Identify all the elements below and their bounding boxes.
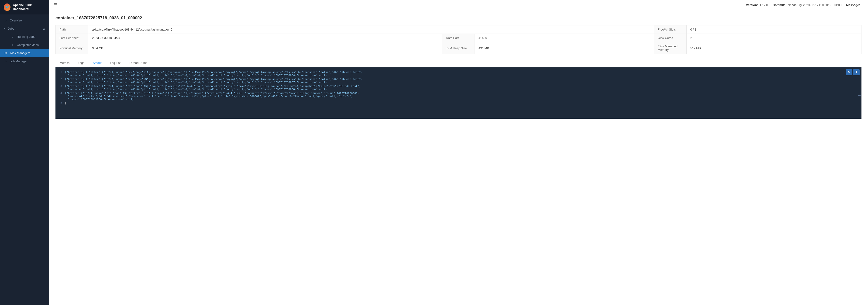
code-line-2: 2 {"before":null,"after":{"id":3,"name":…: [56, 77, 862, 84]
cpu-cores-value: 2: [686, 34, 861, 42]
version-value: 1.17.0: [760, 3, 768, 7]
physical-memory-label: Physical Memory: [56, 42, 88, 54]
path-label: Path: [56, 25, 88, 34]
line-number: 1: [56, 71, 65, 74]
sidebar-item-completed-jobs[interactable]: ○ Completed Jobs: [4, 41, 49, 49]
message-info: Message: 0: [846, 3, 863, 7]
heartbeat-label: Last Heartbeat: [56, 34, 88, 42]
jobs-icon: ≡: [4, 27, 6, 30]
code-toolbar: ↻ ⬇: [846, 69, 860, 75]
commit-value: 69ecda0 @ 2023-03-17T10:30:06+01:00: [787, 3, 841, 7]
sidebar-item-running-jobs[interactable]: ○ Running Jobs: [4, 33, 49, 41]
jvm-heap-value: 491 MB: [475, 42, 654, 54]
sidebar-item-jobs[interactable]: ≡ Jobs ∧: [0, 25, 49, 33]
line-number: 3: [56, 85, 65, 88]
topbar: ☰ Version: 1.17.0 Commit: 69ecda0 @ 2023…: [49, 0, 868, 10]
content-area: container_1687072825718_0028_01_000002 P…: [49, 10, 868, 124]
line-content: [65, 102, 862, 105]
line-content: {"before":null,"after":{"id":1,"name":"e…: [65, 71, 862, 77]
path-value: akka.tcp://flink@hadoop103:44412/user/rp…: [88, 25, 654, 34]
sidebar-nav: ○ Overview ≡ Jobs ∧ ○ Running Jobs ○ Com…: [0, 14, 49, 305]
line-content: {"before":null,"after":{"id":3,"name":"r…: [65, 78, 862, 84]
physical-memory-value: 3.84 GB: [88, 42, 442, 54]
sidebar-item-task-managers[interactable]: ⊞ Task Managers: [0, 49, 49, 57]
code-line-1: 1 {"before":null,"after":{"id":1,"name":…: [56, 70, 862, 77]
overview-icon: ○: [4, 19, 7, 22]
table-row: Physical Memory 3.84 GB JVM Heap Size 49…: [56, 42, 862, 54]
main-content: ☰ Version: 1.17.0 Commit: 69ecda0 @ 2023…: [49, 0, 868, 305]
line-content: {"before":{"id":4,"name":"tt","age":99},…: [65, 92, 862, 101]
sidebar-item-label: Overview: [10, 19, 22, 22]
flink-memory-value: 512 MB: [686, 42, 861, 54]
jvm-heap-label: JVM Heap Size: [442, 42, 475, 54]
code-line-4: 4 {"before":{"id":4,"name":"tt","age":99…: [56, 91, 862, 101]
heartbeat-value: 2023-07-30 18:04:24: [88, 34, 442, 42]
tab-thread-dump[interactable]: Thread Dump: [125, 59, 152, 67]
version-label: Version:: [746, 3, 758, 7]
code-line-5: 5: [56, 101, 862, 105]
container-title: container_1687072825718_0028_01_000002: [56, 16, 862, 21]
completed-jobs-icon: ○: [11, 43, 14, 47]
sidebar-item-label: Completed Jobs: [17, 43, 39, 47]
commit-info: Commit: 69ecda0 @ 2023-03-17T10:30:06+01…: [773, 3, 841, 7]
tab-logs[interactable]: Logs: [74, 59, 89, 67]
cpu-cores-label: CPU Cores: [654, 34, 686, 42]
free-slots-value: 0 / 1: [686, 25, 861, 34]
sidebar-item-label: Job Manager: [10, 59, 28, 63]
jobs-submenu: ○ Running Jobs ○ Completed Jobs: [0, 33, 49, 49]
info-table: Path akka.tcp://flink@hadoop103:44412/us…: [56, 25, 862, 54]
sidebar-item-overview[interactable]: ○ Overview: [0, 16, 49, 25]
data-port-value: 41406: [475, 34, 654, 42]
sidebar: 🐦 Apache Flink Dashboard ○ Overview ≡ Jo…: [0, 0, 49, 305]
tab-metrics[interactable]: Metrics: [56, 59, 74, 67]
app-logo: 🐦: [4, 3, 10, 11]
table-row: Last Heartbeat 2023-07-30 18:04:24 Data …: [56, 34, 862, 42]
chevron-up-icon: ∧: [43, 27, 45, 30]
line-content: {"before":null,"after":{"id":4,"name":"t…: [65, 85, 862, 91]
code-line-3: 3 {"before":null,"after":{"id":4,"name":…: [56, 84, 862, 91]
running-jobs-icon: ○: [11, 35, 14, 38]
tab-bar: Metrics Logs Stdout Log List Thread Dump: [56, 59, 862, 67]
sidebar-header: 🐦 Apache Flink Dashboard: [0, 0, 49, 14]
message-label: Message:: [846, 3, 860, 7]
sidebar-item-label: Task Managers: [10, 51, 30, 55]
sidebar-item-job-manager[interactable]: ○ Job Manager: [0, 57, 49, 65]
tab-stdout[interactable]: Stdout: [89, 59, 106, 67]
tab-log-list[interactable]: Log List: [106, 59, 125, 67]
job-manager-icon: ○: [4, 59, 7, 63]
line-number: 5: [56, 102, 65, 105]
table-row: Path akka.tcp://flink@hadoop103:44412/us…: [56, 25, 862, 34]
sidebar-item-label: Running Jobs: [17, 35, 35, 38]
data-port-label: Data Port: [442, 34, 475, 42]
version-info: Version: 1.17.0: [746, 3, 768, 7]
download-button[interactable]: ⬇: [853, 69, 860, 75]
scrollbar-indicator: —: [858, 93, 861, 98]
task-managers-icon: ⊞: [4, 51, 7, 55]
hamburger-icon[interactable]: ☰: [54, 2, 57, 7]
sidebar-item-label: Jobs: [8, 27, 14, 30]
line-number: 2: [56, 78, 65, 81]
app-title: Apache Flink Dashboard: [13, 3, 45, 11]
refresh-button[interactable]: ↻: [846, 69, 852, 75]
flink-memory-label: Flink Managed Memory: [654, 42, 686, 54]
line-number: 4: [56, 92, 65, 95]
commit-label: Commit:: [773, 3, 785, 7]
free-slots-label: Free/All Slots: [654, 25, 686, 34]
message-value: 0: [862, 3, 863, 7]
code-output: ↻ ⬇ 1 {"before":null,"after":{"id":1,"na…: [56, 67, 862, 119]
